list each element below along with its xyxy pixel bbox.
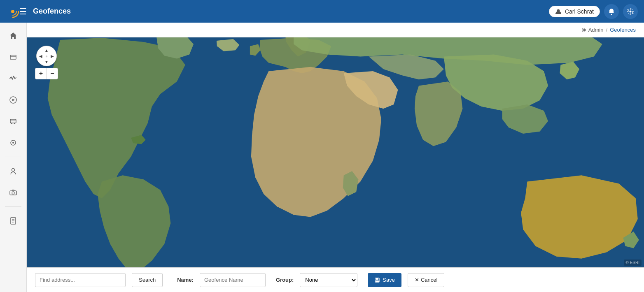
group-label: Group:: [276, 277, 294, 283]
bell-icon: [608, 8, 615, 15]
nav-empty-bl: [38, 59, 44, 65]
navbar-right: Carl Schrat: [549, 4, 638, 19]
svg-rect-29: [376, 280, 379, 282]
sidebar-item-cameras[interactable]: [4, 183, 22, 202]
person-icon: [9, 167, 17, 175]
sidebar-divider-2: [5, 206, 21, 207]
nav-center: ●: [44, 53, 49, 59]
pan-control[interactable]: ▲ ◀ ● ▶ ▼: [36, 46, 57, 66]
svg-point-2: [11, 10, 14, 13]
sidebar-divider: [5, 157, 21, 157]
play-icon: [9, 96, 17, 104]
home-icon: [9, 32, 17, 40]
svg-point-12: [11, 123, 12, 124]
user-menu-button[interactable]: Carl Schrat: [549, 6, 600, 17]
sidebar-item-reports[interactable]: [4, 212, 22, 230]
gear-icon: [627, 8, 634, 15]
svg-marker-9: [12, 99, 15, 101]
zoom-out-button[interactable]: −: [47, 68, 58, 79]
zoom-controls: + −: [35, 68, 58, 79]
search-button[interactable]: Search: [132, 273, 163, 287]
app-logo: [6, 5, 19, 18]
world-map-svg: [27, 37, 644, 267]
nav-empty-tr: [49, 47, 55, 53]
svg-point-24: [583, 29, 585, 31]
settings-button[interactable]: [623, 4, 638, 19]
gear-small-icon: [581, 27, 587, 33]
map-background: ▲ ◀ ● ▶ ▼ + −: [27, 37, 644, 267]
breadcrumb-current: Geofences: [610, 27, 636, 33]
sidebar-item-home[interactable]: [4, 27, 22, 45]
svg-point-17: [12, 169, 15, 171]
map-container[interactable]: ▲ ◀ ● ▶ ▼ + −: [27, 37, 644, 267]
svg-point-25: [582, 28, 586, 32]
save-label: Save: [383, 277, 395, 283]
map-nav-control: ▲ ◀ ● ▶ ▼ + −: [35, 46, 58, 79]
sidebar-item-activity[interactable]: [4, 70, 22, 88]
user-icon: [555, 8, 562, 15]
bottom-toolbar: Search Name: Group: None Save ✕ Cancel: [27, 267, 644, 292]
nav-up-arrow[interactable]: ▲: [44, 47, 49, 53]
nav-empty-br: [49, 59, 55, 65]
breadcrumb-admin-label: Admin: [588, 27, 604, 33]
breadcrumb-separator: /: [606, 27, 608, 33]
zoom-in-button[interactable]: +: [35, 68, 47, 79]
navbar: ☰ Geofences Carl Schrat: [0, 0, 644, 23]
hamburger-menu[interactable]: ☰: [19, 7, 27, 16]
main-layout: Admin / Geofences: [0, 23, 644, 292]
camera-icon: [9, 188, 17, 197]
nav-empty-tl: [38, 47, 44, 53]
nav-left-arrow[interactable]: ◀: [38, 53, 44, 59]
cancel-x: ✕: [415, 277, 419, 283]
page-title: Geofences: [33, 7, 549, 16]
svg-point-13: [14, 123, 15, 124]
sidebar: [0, 23, 27, 292]
cancel-label: Cancel: [421, 277, 437, 283]
group-select[interactable]: None: [300, 273, 357, 287]
activity-icon: [9, 74, 17, 83]
notifications-button[interactable]: [604, 4, 619, 19]
map-layers-icon: [9, 53, 17, 61]
user-name: Carl Schrat: [565, 8, 594, 15]
sidebar-item-playback[interactable]: [4, 91, 22, 109]
breadcrumb-admin: Admin: [581, 27, 604, 33]
save-button[interactable]: Save: [368, 273, 401, 287]
svg-point-5: [630, 10, 632, 12]
geofence-icon: [9, 139, 17, 147]
svg-rect-28: [376, 278, 378, 280]
sidebar-item-vehicles[interactable]: [4, 112, 22, 130]
nav-down-arrow[interactable]: ▼: [44, 59, 49, 65]
nav-right-arrow[interactable]: ▶: [49, 53, 55, 59]
sidebar-item-drivers[interactable]: [4, 162, 22, 180]
svg-point-19: [12, 192, 14, 194]
svg-rect-6: [10, 55, 16, 59]
geofence-name-input[interactable]: [200, 273, 266, 287]
reports-icon: [9, 217, 17, 225]
svg-point-16: [12, 142, 14, 144]
svg-point-4: [611, 14, 612, 15]
content-area: Admin / Geofences: [27, 23, 644, 292]
name-label: Name:: [177, 277, 194, 283]
save-icon: [374, 277, 380, 283]
sidebar-item-geofences[interactable]: [4, 134, 22, 152]
address-input[interactable]: [35, 273, 126, 287]
bus-icon: [9, 117, 17, 125]
breadcrumb-bar: Admin / Geofences: [27, 23, 644, 37]
esri-watermark: © ESRI: [624, 260, 642, 266]
cancel-button[interactable]: ✕ Cancel: [408, 273, 444, 287]
sidebar-item-tracking[interactable]: [4, 48, 22, 66]
